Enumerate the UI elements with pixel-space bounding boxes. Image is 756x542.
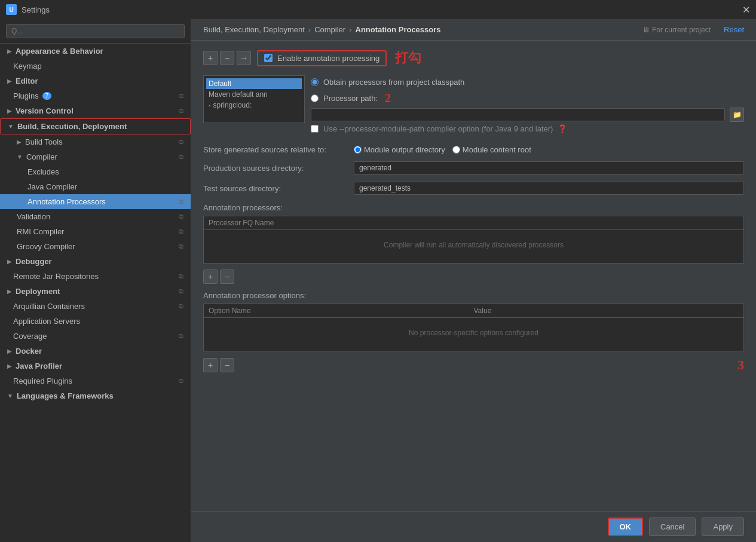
obtain-processors-row[interactable]: Obtain processors from project classpath: [311, 75, 744, 89]
test-sources-input[interactable]: [354, 182, 744, 195]
copy-icon: ⧉: [179, 153, 183, 161]
help-icon: ❓: [558, 124, 567, 133]
arrow-icon: ▼: [7, 393, 13, 399]
module-content-option[interactable]: Module content root: [452, 145, 531, 154]
remove-profile-button[interactable]: −: [220, 51, 234, 65]
sidebar-item-deployment[interactable]: ▶ Deployment ⧉: [0, 284, 191, 299]
sidebar-item-arquillian[interactable]: Arquillian Containers ⧉: [0, 299, 191, 314]
ok-button[interactable]: OK: [608, 517, 644, 536]
processor-options: Obtain processors from project classpath…: [311, 75, 744, 136]
module-output-radio[interactable]: [354, 146, 362, 154]
profile-default[interactable]: Default: [206, 78, 302, 89]
sidebar-item-keymap[interactable]: Keymap: [0, 59, 191, 74]
sidebar-item-validation[interactable]: Validation ⧉: [0, 209, 191, 224]
project-label: For current project: [652, 26, 711, 34]
sidebar-item-coverage[interactable]: Coverage ⧉: [0, 329, 191, 344]
sidebar-item-excludes[interactable]: Excludes: [0, 164, 191, 179]
annotation-processors-toolbar: + −: [203, 267, 744, 286]
close-button[interactable]: ✕: [742, 4, 750, 16]
sidebar-item-java-profiler[interactable]: ▶ Java Profiler: [0, 359, 191, 373]
remove-option-button[interactable]: −: [220, 358, 234, 372]
sidebar-item-app-servers[interactable]: Application Servers: [0, 314, 191, 329]
search-input[interactable]: [6, 24, 185, 38]
add-option-button[interactable]: +: [203, 358, 218, 372]
main-content: ▶ Appearance & Behavior Keymap ▶ Editor …: [0, 19, 756, 542]
sidebar-item-required-plugins[interactable]: Required Plugins ⧉: [0, 373, 191, 388]
breadcrumb-sep2: ›: [349, 25, 351, 34]
module-content-radio[interactable]: [452, 146, 460, 154]
sidebar-item-rmi-compiler[interactable]: RMI Compiler ⧉: [0, 224, 191, 239]
store-sources-row: Store generated sources relative to: Mod…: [203, 142, 744, 158]
sidebar-item-build-tools[interactable]: ▶ Build Tools ⧉: [0, 134, 191, 149]
sidebar-item-plugins[interactable]: Plugins 7 ⧉: [0, 88, 191, 103]
profiles-panel: Default Maven default ann ▪ springcloud:: [203, 75, 305, 136]
breadcrumb: Build, Execution, Deployment › Compiler …: [191, 19, 756, 41]
sidebar-item-annotation-processors[interactable]: Annotation Processors ⧉ 1: [0, 194, 191, 209]
annotation-processors-section: Annotation processors: Processor FQ Name…: [203, 203, 744, 286]
copy-icon: ⧉: [179, 272, 183, 280]
app-icon: U: [6, 4, 17, 15]
sidebar-item-editor[interactable]: ▶ Editor: [0, 74, 191, 88]
profile-springcloud[interactable]: ▪ springcloud:: [206, 100, 302, 111]
processor-path-input[interactable]: [311, 108, 725, 121]
sidebar-item-languages[interactable]: ▼ Languages & Frameworks: [0, 388, 191, 403]
column-fq-name: Processor FQ Name: [209, 219, 739, 227]
marker-2: 2: [385, 91, 391, 105]
annotation-processors-label: Annotation processors:: [203, 203, 744, 212]
sidebar-item-docker[interactable]: ▶ Docker: [0, 344, 191, 359]
apply-button[interactable]: Apply: [702, 517, 744, 536]
copy-icon: ⧉: [179, 377, 183, 385]
copy-icon: ⧉: [179, 213, 183, 221]
browse-folder-button[interactable]: 📁: [730, 108, 744, 122]
store-sources-radio-group: Module output directory Module content r…: [354, 145, 531, 154]
obtain-processors-radio[interactable]: [311, 78, 319, 86]
production-sources-input[interactable]: [354, 161, 744, 174]
settings-window: U Settings ✕ ▶ Appearance & Behavior Key…: [0, 0, 756, 542]
annotation-label-red: 打勾: [395, 49, 421, 67]
remove-processor-button[interactable]: −: [220, 270, 234, 284]
plugins-badge: 7: [42, 92, 52, 100]
profiles-options-row: Default Maven default ann ▪ springcloud:: [203, 75, 744, 136]
breadcrumb-sep1: ›: [308, 25, 311, 34]
search-box[interactable]: [0, 19, 191, 44]
sidebar-item-appearance[interactable]: ▶ Appearance & Behavior: [0, 44, 191, 59]
profiles-list[interactable]: Default Maven default ann ▪ springcloud:: [203, 75, 305, 123]
titlebar: U Settings ✕: [0, 0, 756, 19]
use-module-path-row[interactable]: Use --processor-module-path compiler opt…: [311, 122, 744, 136]
profile-maven[interactable]: Maven default ann: [206, 89, 302, 100]
panel-body: + − → Enable annotation processing 打勾: [191, 41, 756, 511]
cancel-button[interactable]: Cancel: [649, 517, 696, 536]
reset-button[interactable]: Reset: [724, 25, 744, 34]
sidebar-item-debugger[interactable]: ▶ Debugger: [0, 254, 191, 269]
processor-path-radio[interactable]: [311, 94, 319, 102]
add-processor-button[interactable]: +: [203, 270, 218, 284]
arrow-icon: ▶: [7, 78, 12, 84]
sidebar-item-groovy-compiler[interactable]: Groovy Compiler ⧉: [0, 239, 191, 254]
add-profile-button[interactable]: +: [203, 51, 218, 65]
annotation-options-table[interactable]: Option Name Value No processor-specific …: [203, 304, 744, 351]
sidebar-item-java-compiler[interactable]: Java Compiler: [0, 179, 191, 194]
arrow-icon: ▶: [7, 363, 12, 369]
copy-icon: ⧉: [179, 287, 183, 295]
window-title: Settings: [22, 5, 742, 14]
sidebar-item-version-control[interactable]: ▶ Version Control ⧉: [0, 103, 191, 118]
move-profile-button[interactable]: →: [237, 51, 251, 65]
annotation-processors-empty: Compiler will run all automatically disc…: [204, 230, 743, 260]
options-table-header: Option Name Value: [204, 304, 743, 318]
arrow-icon: ▶: [7, 108, 12, 114]
use-module-path-label: Use --processor-module-path compiler opt…: [323, 124, 553, 133]
enable-annotation-checkbox[interactable]: [264, 54, 273, 62]
annotation-processors-table[interactable]: Processor FQ Name Compiler will run all …: [203, 216, 744, 264]
processor-path-row[interactable]: Processor path: 2: [311, 89, 744, 108]
sidebar-item-build-execution[interactable]: ▼ Build, Execution, Deployment: [0, 118, 191, 134]
sidebar-item-compiler[interactable]: ▼ Compiler ⧉: [0, 149, 191, 164]
processor-path-label: Processor path:: [323, 94, 378, 103]
copy-icon: ⧉: [179, 198, 183, 206]
use-module-path-checkbox[interactable]: [311, 125, 319, 133]
enable-annotation-box: Enable annotation processing: [257, 50, 387, 66]
store-sources-label: Store generated sources relative to:: [203, 145, 347, 154]
sidebar-item-remote-jar[interactable]: Remote Jar Repositories ⧉: [0, 269, 191, 284]
module-output-option[interactable]: Module output directory: [354, 145, 445, 154]
copy-icon: ⧉: [179, 228, 183, 235]
column-option-value: Value: [474, 307, 739, 315]
